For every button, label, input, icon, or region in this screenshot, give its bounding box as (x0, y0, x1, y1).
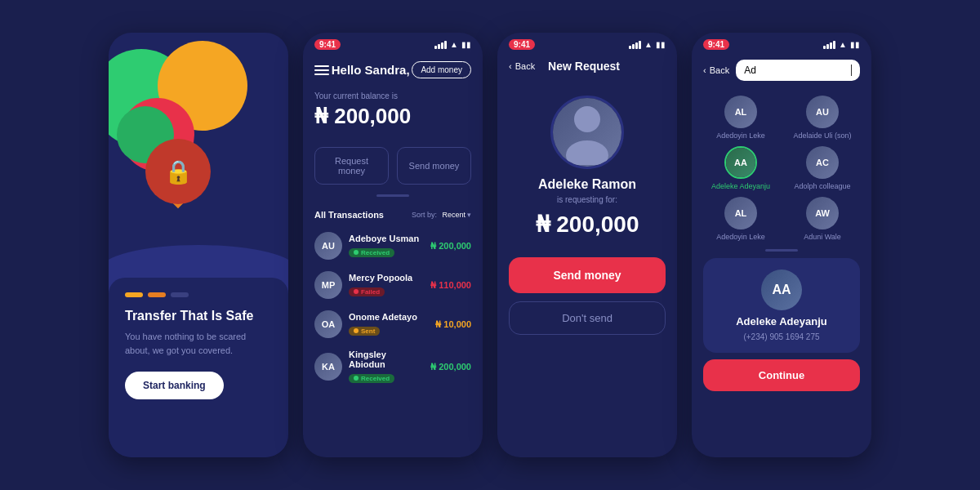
transaction-name: Kingsley Abiodun (349, 350, 424, 369)
avatar: KA (314, 353, 342, 381)
contact-avatar: AL (724, 96, 757, 128)
action-buttons: Request money Send money (303, 137, 483, 194)
requester-avatar-wrap (497, 79, 677, 177)
contact-name: Adolph colleague (794, 182, 850, 190)
transaction-amount: ₦ 200,000 (430, 362, 471, 372)
list-item[interactable]: AW Aduni Wale (785, 197, 860, 241)
continue-button[interactable]: Continue (703, 359, 860, 391)
status-time: 9:41 (314, 39, 341, 50)
battery-icon: ▮▮ (656, 40, 666, 49)
status-icons: ▲ ▮▮ (823, 40, 860, 49)
transaction-amount: ₦ 10,000 (435, 319, 471, 330)
transactions-list: AU Adeboye Usman Received ₦ 200,000 MP M… (303, 226, 483, 390)
status-icons: ▲ ▮▮ (629, 40, 666, 49)
list-item[interactable]: AL Adedoyin Leke (703, 96, 778, 140)
requesting-label: is requesting for: (497, 195, 677, 204)
transaction-info: Adeboye Usman Received (349, 234, 424, 258)
battery-icon: ▮▮ (461, 40, 471, 49)
wifi-icon: ▲ (839, 40, 847, 49)
status-badge: Sent (349, 327, 380, 336)
onboarding-card: Transfer That Is Safe You have nothing t… (109, 278, 288, 457)
sort-control[interactable]: Sort by: Recent ▾ (412, 211, 471, 219)
list-item[interactable]: AC Adolph colleague (785, 146, 860, 190)
avatar-placeholder (553, 98, 621, 167)
status-bar: 9:41 ▲ ▮▮ (692, 33, 871, 53)
contact-avatar: AW (806, 197, 839, 229)
contact-name: Adelaide Uli (son) (793, 131, 851, 140)
table-row: KA Kingsley Abiodun Received ₦ 200,000 (303, 344, 483, 390)
back-button[interactable]: ‹ Back (703, 65, 729, 75)
ham-line-2 (314, 69, 329, 71)
status-bar: 9:41 ▲ ▮▮ (497, 33, 677, 53)
list-item[interactable]: AL Adedoyin Leke (703, 197, 778, 241)
selected-contact-phone: (+234) 905 1694 275 (743, 332, 819, 341)
transaction-info: Onome Adetayo Sent (349, 312, 429, 336)
transaction-name: Adeboye Usman (349, 234, 424, 243)
wifi-icon: ▲ (644, 40, 653, 49)
contact-name: Aduni Wale (804, 233, 841, 241)
contact-name: Adeleke Adeyanju (711, 182, 770, 190)
transaction-info: Kingsley Abiodun Received (349, 350, 424, 384)
bg-art: 🔒 (109, 33, 288, 310)
transactions-header: All Transactions Sort by: Recent ▾ (303, 205, 483, 226)
lock-circle: 🔒 (145, 139, 211, 204)
requester-name: Adeleke Ramon (497, 177, 677, 192)
dont-send-button[interactable]: Don't send (509, 301, 666, 335)
contact-avatar: AU (806, 96, 839, 128)
back-button[interactable]: ‹ Back (509, 61, 535, 71)
transaction-info: Mercy Popoola Failed (349, 273, 424, 297)
search-input[interactable] (744, 65, 850, 76)
svg-point-1 (566, 140, 608, 165)
signal-icon (823, 41, 835, 49)
nav-bar: ‹ Back New Request (497, 53, 677, 79)
chevron-down-icon: ▾ (467, 211, 471, 219)
contacts-grid: AL Adedoyin Leke AU Adelaide Uli (son) A… (692, 87, 871, 249)
list-item[interactable]: AA Adeleke Adeyanju (703, 146, 778, 190)
transaction-amount: ₦ 110,000 (430, 280, 471, 291)
selected-contact-card: AA Adeleke Adeyanju (+234) 905 1694 275 (703, 258, 860, 353)
chevron-left-icon: ‹ (703, 65, 706, 75)
status-badge: Received (349, 248, 394, 257)
status-badge: Received (349, 374, 394, 383)
avatar: MP (314, 271, 342, 299)
requester-avatar (550, 96, 624, 169)
contact-avatar: AC (806, 146, 839, 179)
signal-icon (629, 41, 641, 49)
page-title: New Request (535, 60, 633, 73)
ham-line-3 (314, 74, 329, 75)
status-time: 9:41 (509, 39, 535, 50)
dot-3 (171, 292, 189, 297)
search-input-wrap[interactable] (736, 60, 860, 81)
transaction-name: Onome Adetayo (349, 312, 429, 322)
status-icons: ▲ ▮▮ (434, 40, 471, 49)
menu-button[interactable] (314, 65, 329, 75)
divider (376, 194, 409, 197)
wifi-icon: ▲ (450, 40, 458, 49)
dot-1 (125, 292, 143, 297)
table-row: OA Onome Adetayo Sent ₦ 10,000 (303, 305, 483, 344)
start-banking-button[interactable]: Start banking (125, 372, 224, 399)
request-amount: ₦ 200,000 (497, 211, 677, 238)
request-money-button[interactable]: Request money (314, 147, 389, 185)
send-money-button[interactable]: Send money (509, 257, 666, 293)
pagination-dots (125, 292, 272, 297)
dashboard-screen: 9:41 ▲ ▮▮ Hello Sandra, Add money (303, 33, 483, 457)
transaction-amount: ₦ 200,000 (430, 241, 471, 252)
contact-avatar: AL (724, 197, 757, 229)
greeting-text: Hello Sandra, (332, 63, 410, 77)
send-money-button[interactable]: Send money (397, 147, 471, 185)
dashboard-header: Hello Sandra, Add money (303, 53, 483, 83)
balance-section: Your current balance is ₦ 200,000 (303, 83, 483, 137)
chevron-left-icon: ‹ (509, 61, 512, 71)
back-label: Back (515, 61, 535, 71)
list-item[interactable]: AU Adelaide Uli (son) (785, 96, 860, 140)
add-money-button[interactable]: Add money (412, 61, 471, 78)
selected-contact-name: Adeleke Adeyanju (736, 315, 827, 327)
balance-amount: ₦ 200,000 (314, 104, 471, 129)
onboarding-title: Transfer That Is Safe (125, 309, 272, 323)
status-badge: Failed (349, 287, 385, 296)
dot-2 (148, 292, 166, 297)
transactions-title: All Transactions (314, 210, 384, 220)
sort-label: Sort by: (412, 211, 437, 219)
status-bar: 9:41 ▲ ▮▮ (303, 33, 483, 53)
